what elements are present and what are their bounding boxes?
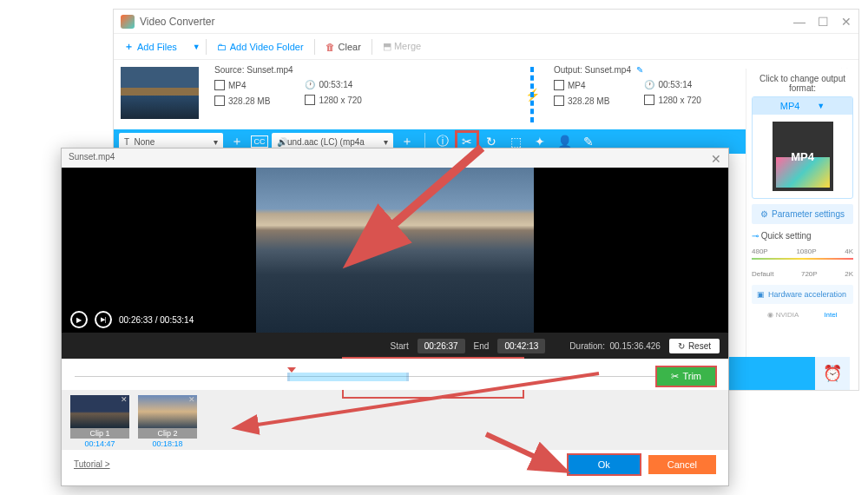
maximize-icon[interactable]: ☐ <box>818 15 829 29</box>
close-icon[interactable]: ✕ <box>841 15 852 29</box>
tutorial-link[interactable]: Tutorial > <box>74 459 110 469</box>
edit-pencil-icon[interactable]: ✎ <box>636 65 643 75</box>
source-duration: 🕐00:53:14 <box>305 80 362 89</box>
playback-controls: ▶ ▶| 00:26:33 / 00:53:14 <box>62 307 728 333</box>
hardware-accel-button[interactable]: ▣Hardware acceleration <box>752 285 853 304</box>
dialog-titlebar: Sunset.mp4 ✕ <box>62 148 728 168</box>
format-icon: MP4 <box>773 122 833 191</box>
source-format: MP4 <box>214 80 270 90</box>
format-icon <box>214 80 225 90</box>
duration-label: Duration: 00.15:36.426 <box>569 341 661 351</box>
main-toolbar: ＋Add Files ▼ 🗀Add Video Folder 🗑Clear ⬒ … <box>114 34 858 60</box>
size-icon <box>214 96 225 106</box>
add-files-button[interactable]: ＋Add Files <box>114 34 187 59</box>
play-button[interactable]: ▶ <box>70 311 88 328</box>
trim-dialog: Sunset.mp4 ✕ ▶ ▶| 00:26:33 / 00:53:14 St… <box>61 148 729 486</box>
chevron-down-icon: ▼ <box>817 102 825 110</box>
trim-range-selector[interactable] <box>287 373 409 381</box>
dialog-footer: Tutorial > Ok Cancel <box>62 449 728 478</box>
time-display: 00:26:33 / 00:53:14 <box>119 315 194 325</box>
intel-logo: Intel <box>824 311 837 319</box>
parameter-settings-button[interactable]: ⚙Parameter settings <box>752 204 853 224</box>
video-preview-area: ▶ ▶| 00:26:33 / 00:53:14 <box>62 168 728 333</box>
format-selector[interactable]: MP4▼ MP4 <box>752 96 853 199</box>
clear-button[interactable]: 🗑Clear <box>315 34 372 59</box>
start-label: Start <box>391 341 409 351</box>
resolution-icon <box>305 95 315 105</box>
dialog-close-icon[interactable]: ✕ <box>711 152 721 164</box>
trash-icon: 🗑 <box>326 42 335 52</box>
source-size: 328.28 MB <box>214 96 270 106</box>
clips-row: ✕ Clip 1 00:14:47 ✕ Clip 2 00:18:18 <box>62 390 728 449</box>
gear-icon: ⚙ <box>760 209 768 219</box>
change-format-label: Click to change output format: <box>752 74 853 93</box>
trim-action-button[interactable]: ✂Trim <box>657 367 715 386</box>
scissors-icon: ✂ <box>671 371 679 382</box>
quick-setting: ⊸ Quick setting <box>752 231 853 241</box>
step-button[interactable]: ▶| <box>95 311 112 328</box>
chip-icon: ▣ <box>757 290 765 299</box>
trim-time-controls: Start 00:26:37 End 00:42:13 Duration: 00… <box>62 333 728 359</box>
merge-icon: ⬒ <box>383 41 394 51</box>
quality-slider[interactable]: 480P1080P4K <box>752 248 853 268</box>
alarm-icon: ⏰ <box>823 364 842 383</box>
right-panel: Click to change output format: MP4▼ MP4 … <box>746 69 858 390</box>
clip-item[interactable]: ✕ Clip 2 00:18:18 <box>138 395 197 449</box>
output-duration: 🕐00:53:14 <box>644 80 701 89</box>
output-format: MP4 <box>554 80 609 90</box>
clip-close-icon[interactable]: ✕ <box>121 395 128 404</box>
timeline[interactable]: ✂Trim <box>62 359 728 390</box>
output-resolution: 1280 x 720 <box>644 95 701 105</box>
video-thumbnail[interactable] <box>121 67 199 119</box>
cc-button[interactable]: CC <box>251 135 268 148</box>
folder-icon: 🗀 <box>217 42 227 52</box>
output-size: 328.28 MB <box>554 96 609 106</box>
source-resolution: 1280 x 720 <box>305 95 362 105</box>
ok-button[interactable]: Ok <box>569 455 640 474</box>
nvidia-logo: ◉ NVIDIA <box>767 311 799 319</box>
add-folder-button[interactable]: 🗀Add Video Folder <box>207 34 314 59</box>
schedule-button[interactable]: ⏰ <box>815 357 850 390</box>
cancel-button[interactable]: Cancel <box>648 455 716 474</box>
clip-close-icon[interactable]: ✕ <box>188 395 195 404</box>
app-title: Video Converter <box>140 16 215 28</box>
titlebar: Video Converter — ☐ ✕ <box>114 10 858 34</box>
reset-button[interactable]: ↻Reset <box>669 339 720 353</box>
end-label: End <box>474 341 490 351</box>
source-meta: Source: Sunset.mp4 MP4 328.28 MB 🕐00:53:… <box>206 60 519 129</box>
minimize-icon[interactable]: — <box>793 15 806 29</box>
merge-button: ⬒ Merge <box>372 41 431 52</box>
add-files-dropdown-icon[interactable]: ▼ <box>193 43 201 51</box>
clip-item[interactable]: ✕ Clip 1 00:14:47 <box>70 395 129 449</box>
app-logo-icon <box>121 15 135 29</box>
window-controls: — ☐ ✕ <box>793 15 852 29</box>
clock-icon: 🕐 <box>305 80 315 89</box>
end-time-input[interactable]: 00:42:13 <box>497 339 545 353</box>
start-time-input[interactable]: 00:26:37 <box>418 339 465 353</box>
refresh-icon: ↻ <box>678 341 685 351</box>
